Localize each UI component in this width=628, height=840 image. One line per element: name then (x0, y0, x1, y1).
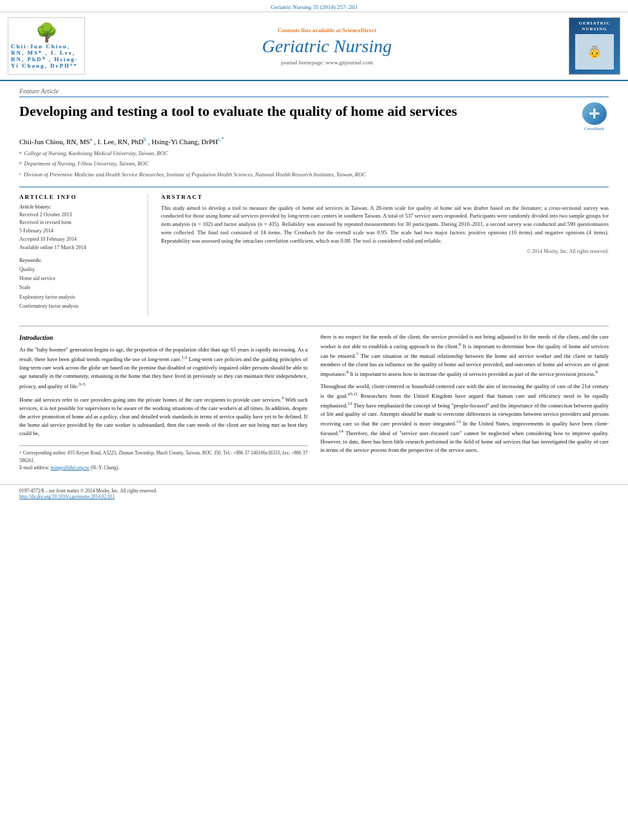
footnote-email-row: E-mail address: hsingy@nhri.org.tw (H.-Y… (19, 464, 308, 471)
doi-link[interactable]: http://dx.doi.org/10.1016/j.gerinurse.20… (19, 494, 609, 499)
email-link[interactable]: hsingy@nhri.org.tw (51, 465, 90, 471)
article-info-title: ARTICLE INFO (19, 194, 138, 200)
keywords-section: Keywords: Quality Home aid service Scale… (19, 257, 138, 312)
sciencedirect-prefix: Contents lists available at (278, 27, 341, 33)
affil-sup-c-label: c (19, 171, 21, 180)
crossmark[interactable]: ✛ CrossMark (580, 102, 609, 131)
cover-image-icon: 👵 (575, 34, 614, 70)
article-info-col: ARTICLE INFO Article history: Received 2… (19, 194, 148, 317)
date-received: Received 2 October 2013 (19, 211, 138, 219)
article-title: Developing and testing a tool to evaluat… (19, 102, 567, 121)
journal-homepage: journal homepage: www.gnjournal.com (281, 59, 373, 66)
journal-reference: Geriatric Nursing 35 (2014) 257–263 (271, 4, 357, 10)
journal-header: 🌳 Chii-Jun Chiou, RN, MSᵃ , I. Lee, RN, … (0, 12, 628, 81)
intro-para-1: As the "baby boomer" generation begins t… (19, 346, 308, 391)
history-label: Article history: (19, 204, 138, 210)
date-accepted: Accepted 10 February 2014 (19, 236, 138, 244)
affil-sup-star: * (222, 136, 224, 142)
keywords-list: Quality Home aid service Scale Explorato… (19, 265, 138, 312)
keyword-confirmatory: Confirmatory factor analysis (19, 302, 138, 311)
footnote-star-text: * Corresponding author. #35 Keyan Road, … (19, 449, 308, 464)
affil-b: b Department of Nursing, I-Shou Universi… (19, 160, 609, 169)
sciencedirect-brand: ScienceDirect (343, 27, 376, 33)
keyword-quality: Quality (19, 265, 138, 274)
affil-c-text: Division of Preventive Medicine and Heal… (24, 171, 366, 180)
crossmark-label: CrossMark (584, 126, 604, 131)
affil-a-text: College of Nursing, Kaohsiung Medical Un… (24, 149, 168, 159)
email-suffix: (H.-Y. Chang). (91, 465, 119, 471)
date-online: Available online 17 March 2014 (19, 244, 138, 252)
sciencedirect-link[interactable]: Contents lists available at ScienceDirec… (278, 27, 376, 33)
right-para-2: Throughout the world, client-centered or… (321, 382, 609, 455)
authors: Chii-Jun Chiou, RN, MSa , I. Lee, RN, Ph… (19, 136, 609, 145)
elsevier-logo: 🌳 Chii-Jun Chiou, RN, MSᵃ , I. Lee, RN, … (8, 17, 85, 75)
affiliations: a College of Nursing, Kaohsiung Medical … (19, 149, 609, 180)
affil-sup-b: b (144, 136, 146, 142)
date-revised: 5 February 2014 (19, 227, 138, 236)
keyword-scale: Scale (19, 283, 138, 292)
body-left-col: Introduction As the "baby boomer" genera… (19, 333, 308, 472)
body-right-col: there is no respect for the needs of the… (321, 333, 609, 472)
article-title-row: Developing and testing a tool to evaluat… (19, 102, 609, 131)
affil-a: a College of Nursing, Kaohsiung Medical … (19, 149, 609, 159)
elsevier-brand: Chii-Jun Chiou, RN, MSᵃ , I. Lee, RN, Ph… (11, 43, 82, 69)
journal-title: Geriatric Nursing (262, 36, 392, 57)
introduction-heading: Introduction (19, 333, 308, 343)
article-history: Article history: Received 2 October 2013… (19, 204, 138, 252)
cover-title: GERIATRIC NURSING (572, 21, 617, 32)
journal-top-bar: Geriatric Nursing 35 (2014) 257–263 (0, 0, 628, 12)
right-para-1: there is no respect for the needs of the… (321, 333, 609, 378)
affil-b-text: Department of Nursing, I-Shou University… (24, 160, 149, 169)
main-content: Feature Article Developing and testing a… (0, 81, 628, 478)
abstract-col: ABSTRACT This study aimed to develop a t… (161, 194, 609, 317)
keywords-label: Keywords: (19, 257, 138, 263)
date-revised-label: Received in revised form (19, 219, 138, 227)
journal-center: Contents lists available at ScienceDirec… (91, 17, 562, 75)
footnote-address: Corresponding author. #35 Keyan Road, A3… (19, 450, 308, 463)
abstract-title: ABSTRACT (161, 194, 609, 200)
keyword-exploratory: Exploratory factor analysis (19, 293, 138, 302)
author-chiou: Chii-Jun Chiou, RN, MS (19, 138, 90, 145)
issn-text: 0197-4572/$ – see front matter © 2014 Mo… (19, 488, 609, 494)
keyword-home: Home aid service (19, 274, 138, 283)
affil-c: c Division of Preventive Medicine and He… (19, 171, 609, 180)
footnote-star-icon: * (19, 451, 22, 456)
affil-sup-a: a (90, 136, 93, 142)
intro-para-2: Home aid services refer to care provider… (19, 395, 308, 438)
journal-cover: GERIATRIC NURSING 👵 (569, 17, 620, 75)
abstract-copyright: © 2014 Mosby, Inc. All rights reserved. (161, 248, 609, 254)
email-label: E-mail address: (19, 465, 51, 471)
author-separator2: , Hsing-Yi Chang, DrPH (148, 138, 218, 145)
footnote-area: * Corresponding author. #35 Keyan Road, … (19, 445, 308, 471)
affil-sup-b-label: b (19, 160, 22, 169)
page: Geriatric Nursing 35 (2014) 257–263 🌳 Ch… (0, 0, 628, 840)
elsevier-tree-icon: 🌳 (35, 24, 58, 42)
abstract-text: This study aimed to develop a tool to me… (161, 204, 609, 245)
history-dates: Received 2 October 2013 Received in revi… (19, 211, 138, 252)
section-divider (19, 326, 609, 326)
body-two-col: Introduction As the "baby boomer" genera… (19, 333, 609, 472)
crossmark-icon: ✛ (582, 102, 607, 125)
bottom-bar: 0197-4572/$ – see front matter © 2014 Mo… (0, 484, 628, 503)
article-info-abstract: ARTICLE INFO Article history: Received 2… (19, 187, 609, 317)
author-separator1: , I. Lee, RN, PhD (94, 138, 144, 145)
feature-label: Feature Article (19, 88, 609, 97)
affil-sup-a-label: a (19, 149, 22, 159)
